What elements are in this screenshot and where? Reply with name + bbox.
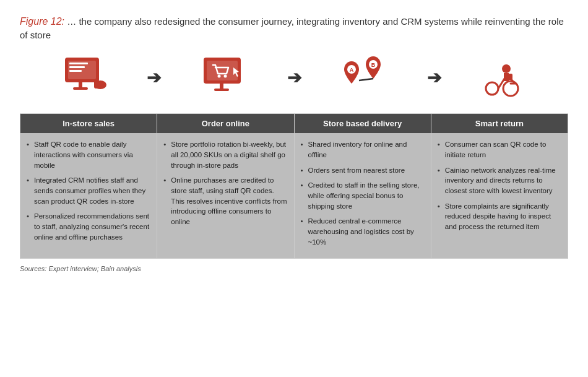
order-online-icon bbox=[166, 53, 282, 102]
list-item: Staff QR code to enable daily interactio… bbox=[27, 139, 150, 170]
list-item: Consumer can scan QR code to initiate re… bbox=[438, 139, 561, 160]
arrow-2: ➔ bbox=[282, 67, 306, 88]
svg-rect-8 bbox=[94, 80, 98, 89]
svg-rect-3 bbox=[69, 66, 85, 68]
arrow-1: ➔ bbox=[142, 67, 166, 88]
in-store-icon bbox=[26, 53, 142, 102]
col-store-delivery-header: Store based delivery bbox=[295, 114, 431, 133]
icons-row: ➔ ➔ A B bbox=[20, 53, 568, 102]
arrow-3: ➔ bbox=[422, 67, 447, 88]
svg-point-22 bbox=[486, 82, 498, 95]
svg-rect-15 bbox=[214, 89, 229, 91]
col-order-online: Order online Store portfolio rotation bi… bbox=[157, 114, 294, 258]
col-smart-return-list: Consumer can scan QR code to initiate re… bbox=[438, 139, 561, 232]
list-item: Integrated CRM notifies staff and sends … bbox=[27, 175, 150, 206]
svg-point-12 bbox=[223, 75, 227, 78]
list-item: Orders sent from nearest store bbox=[301, 165, 425, 176]
list-item: Store portfolio rotation bi-weekly, but … bbox=[163, 139, 287, 170]
smart-return-icon bbox=[447, 53, 563, 102]
col-store-delivery-body: Shared inventory for online and offline … bbox=[295, 133, 431, 258]
figure-label: Figure 12: bbox=[20, 16, 64, 27]
list-item: Store complaints are significantly reduc… bbox=[438, 201, 561, 232]
list-item: Personalized recommendations sent to sta… bbox=[27, 211, 150, 242]
svg-text:B: B bbox=[371, 62, 376, 68]
svg-rect-5 bbox=[79, 82, 82, 87]
svg-line-20 bbox=[359, 79, 373, 80]
list-item: Credited to staff in the selling store, … bbox=[301, 180, 425, 211]
svg-rect-14 bbox=[220, 84, 223, 89]
svg-rect-4 bbox=[69, 70, 82, 72]
sources: Sources: Expert interview; Bain analysis bbox=[20, 265, 568, 272]
columns-container: In-store sales Staff QR code to enable d… bbox=[20, 113, 568, 259]
svg-point-11 bbox=[217, 75, 220, 78]
col-in-store: In-store sales Staff QR code to enable d… bbox=[20, 114, 157, 258]
svg-rect-2 bbox=[69, 63, 88, 64]
col-smart-return-header: Smart return bbox=[431, 114, 568, 133]
svg-rect-10 bbox=[207, 61, 238, 80]
col-smart-return: Smart return Consumer can scan QR code t… bbox=[431, 114, 568, 258]
col-in-store-body: Staff QR code to enable daily interactio… bbox=[20, 133, 157, 258]
store-delivery-icon: A B bbox=[306, 53, 422, 102]
svg-point-24 bbox=[502, 64, 511, 73]
figure-title-text: … the company also redesigned the consum… bbox=[20, 16, 564, 40]
list-item: Online purchases are credited to store s… bbox=[163, 175, 287, 227]
list-item: Reduced central e-commerce warehousing a… bbox=[301, 216, 425, 247]
svg-rect-6 bbox=[73, 87, 88, 90]
col-store-delivery: Store based delivery Shared inventory fo… bbox=[295, 114, 431, 258]
col-order-online-body: Store portfolio rotation bi-weekly, but … bbox=[157, 133, 293, 258]
list-item: Shared inventory for online and offline bbox=[301, 139, 425, 160]
col-order-online-list: Store portfolio rotation bi-weekly, but … bbox=[163, 139, 287, 227]
col-in-store-list: Staff QR code to enable daily interactio… bbox=[27, 139, 150, 242]
col-order-online-header: Order online bbox=[157, 114, 293, 133]
figure-title: Figure 12: … the company also redesigned… bbox=[20, 15, 568, 41]
col-store-delivery-list: Shared inventory for online and offline … bbox=[301, 139, 425, 247]
svg-text:A: A bbox=[350, 67, 354, 73]
col-in-store-header: In-store sales bbox=[20, 114, 157, 133]
list-item: Cainiao network analyzes real-time inven… bbox=[438, 165, 561, 196]
col-smart-return-body: Consumer can scan QR code to initiate re… bbox=[431, 133, 568, 258]
